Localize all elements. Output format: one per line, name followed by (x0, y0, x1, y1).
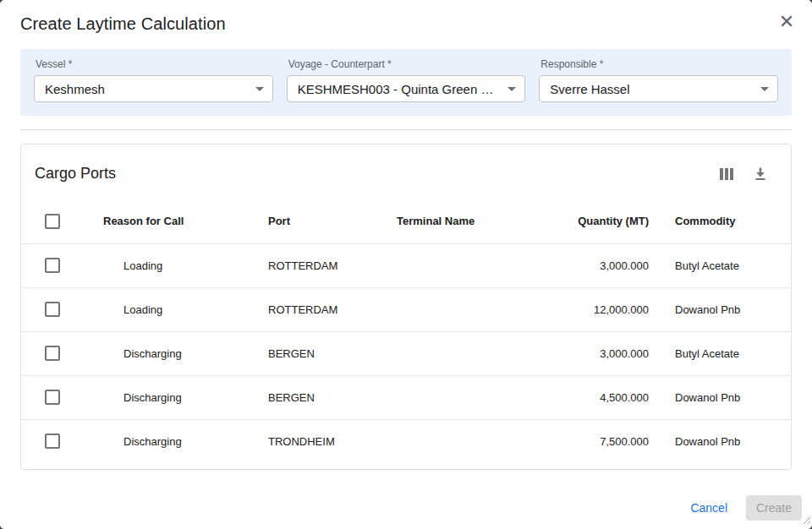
voyage-counterpart-label: Voyage - Counterpart * (288, 58, 526, 70)
cell-reason: Loading (103, 287, 268, 331)
close-icon[interactable]: ✕ (776, 11, 798, 33)
cancel-button[interactable]: Cancel (682, 494, 736, 521)
cell-port: ROTTERDAM (268, 243, 395, 287)
cell-commodity: Dowanol Pnb (652, 287, 791, 331)
create-laytime-dialog: Create Laytime Calculation ✕ Vessel * Ke… (0, 0, 812, 529)
row-checkbox[interactable] (45, 258, 60, 273)
cell-port: BERGEN (268, 331, 395, 375)
cell-terminal (395, 243, 564, 287)
section-divider (20, 129, 792, 130)
chevron-down-icon (760, 87, 769, 91)
table-header-row: Reason for Call Port Terminal Name Quant… (21, 199, 791, 243)
cell-terminal (395, 419, 564, 463)
cell-terminal (395, 287, 564, 331)
row-checkbox[interactable] (45, 390, 60, 405)
columns-icon[interactable] (719, 166, 734, 182)
download-icon[interactable] (753, 166, 768, 182)
cell-commodity: Dowanol Pnb (652, 419, 791, 463)
cargo-ports-header: Cargo Ports (21, 145, 791, 199)
cell-port: ROTTERDAM (268, 287, 395, 331)
column-header-reason: Reason for Call (103, 199, 268, 243)
dialog-footer: Cancel Create (0, 470, 812, 529)
select-all-checkbox[interactable] (45, 214, 60, 229)
cell-quantity: 12,000.000 (564, 287, 652, 331)
cell-quantity: 3,000.000 (564, 243, 652, 287)
vessel-label: Vessel * (36, 58, 273, 70)
column-header-port: Port (268, 199, 395, 243)
voyage-counterpart-select[interactable]: KESHMESH003 - Quinta Green Shippi... (287, 75, 526, 102)
cell-commodity: Butyl Acetate (652, 331, 791, 375)
voyage-counterpart-field: Voyage - Counterpart * KESHMESH003 - Qui… (287, 56, 526, 104)
chevron-down-icon (508, 87, 516, 91)
cell-quantity: 4,500.000 (564, 375, 652, 419)
cell-reason: Discharging (103, 375, 268, 419)
create-button[interactable]: Create (746, 495, 802, 521)
cargo-ports-card: Cargo Ports Reason for Call Port Termina… (20, 144, 792, 470)
table-row: Discharging TRONDHEIM 7,500.000 Dowanol … (21, 419, 791, 463)
responsible-value: Sverre Hassel (550, 82, 629, 96)
cell-reason: Discharging (103, 419, 268, 463)
row-checkbox[interactable] (45, 302, 60, 317)
cell-reason: Discharging (103, 331, 268, 375)
column-header-commodity: Commodity (652, 199, 791, 243)
responsible-select[interactable]: Sverre Hassel (539, 75, 778, 102)
cell-terminal (395, 375, 564, 419)
cell-port: BERGEN (268, 375, 395, 419)
column-header-quantity: Quantity (MT) (564, 199, 652, 243)
table-row: Discharging BERGEN 3,000.000 Butyl Aceta… (21, 331, 791, 375)
vessel-value: Keshmesh (45, 82, 105, 96)
table-row: Discharging BERGEN 4,500.000 Dowanol Pnb (21, 375, 791, 419)
cell-terminal (395, 331, 564, 375)
cargo-ports-title: Cargo Ports (35, 165, 700, 183)
responsible-field: Responsible * Sverre Hassel (539, 56, 778, 104)
voyage-form-panel: Vessel * Keshmesh Voyage - Counterpart *… (20, 49, 792, 116)
cell-commodity: Butyl Acetate (652, 243, 791, 287)
vessel-field: Vessel * Keshmesh (34, 56, 273, 104)
column-header-terminal: Terminal Name (395, 199, 564, 243)
chevron-down-icon (255, 87, 264, 91)
row-checkbox[interactable] (45, 346, 60, 361)
table-row: Loading ROTTERDAM 12,000.000 Dowanol Pnb (21, 287, 791, 331)
row-checkbox[interactable] (45, 434, 60, 449)
voyage-counterpart-value: KESHMESH003 - Quinta Green Shippi... (298, 82, 502, 96)
responsible-label: Responsible * (540, 58, 778, 70)
table-row: Loading ROTTERDAM 3,000.000 Butyl Acetat… (21, 243, 791, 287)
cell-commodity: Dowanol Pnb (652, 375, 791, 419)
vessel-select[interactable]: Keshmesh (34, 75, 273, 102)
cell-port: TRONDHEIM (268, 419, 395, 463)
dialog-title: Create Laytime Calculation (20, 12, 792, 35)
resize-handle[interactable] (803, 512, 810, 527)
cell-quantity: 7,500.000 (564, 419, 652, 463)
cargo-ports-table: Reason for Call Port Terminal Name Quant… (21, 199, 791, 463)
cell-quantity: 3,000.000 (564, 331, 652, 375)
cell-reason: Loading (103, 243, 268, 287)
